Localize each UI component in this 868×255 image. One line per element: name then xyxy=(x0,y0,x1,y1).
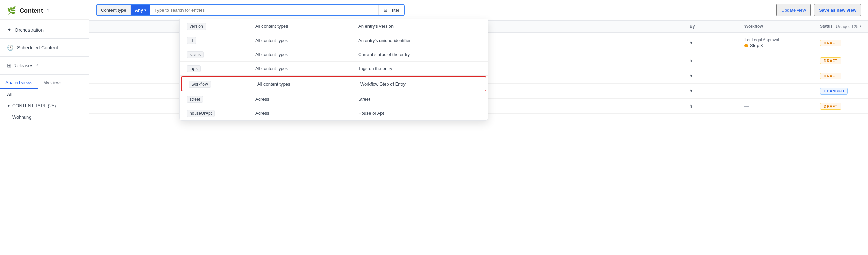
sidebar-divider-1 xyxy=(0,38,89,39)
sidebar-item-releases[interactable]: ⊞ Releases ↗ xyxy=(0,58,89,73)
workflow-step-title: For Legal Approval xyxy=(744,37,813,42)
update-view-button[interactable]: Update view xyxy=(776,4,811,16)
usage-info: Usage: 125 / xyxy=(836,24,861,29)
filter-icon: ⊟ xyxy=(384,8,387,13)
dropdown-tag: status xyxy=(187,51,204,58)
dropdown-row-tags[interactable]: tags All content types Tags on the entry xyxy=(180,62,488,76)
workflow-dash: — xyxy=(744,73,749,78)
sidebar: 🌿 Content ? ✦ Orchestration 🕐 Scheduled … xyxy=(0,0,89,255)
dropdown-row-houseOrApt[interactable]: houseOrApt Adress House or Apt xyxy=(180,106,488,120)
external-link-icon: ↗ xyxy=(35,63,38,68)
dropdown-col1: houseOrApt xyxy=(187,110,255,116)
orchestration-icon: ✦ xyxy=(7,26,11,33)
toolbar: Content type Any ▾ ⊟ Filter Update view … xyxy=(89,0,868,21)
row-by: h xyxy=(690,103,738,109)
col-header-by: By xyxy=(690,24,738,29)
sidebar-item-scheduled[interactable]: 🕐 Scheduled Content xyxy=(0,40,89,55)
dropdown-tag: id xyxy=(187,37,196,44)
workflow-step-name: Step 3 xyxy=(744,43,813,48)
dropdown-col1: tags xyxy=(187,66,255,71)
content-type-section[interactable]: ▼ CONTENT TYPE (25) xyxy=(0,100,89,112)
row-by: h xyxy=(690,88,738,93)
dropdown-tag: version xyxy=(187,23,206,30)
view-all[interactable]: All xyxy=(0,89,89,100)
content-type-button[interactable]: Content type xyxy=(97,5,131,15)
sidebar-divider-2 xyxy=(0,56,89,57)
dropdown-col2: Adress xyxy=(255,111,358,116)
sidebar-tabs: Shared views My views xyxy=(0,77,89,89)
dropdown-col2: All content types xyxy=(255,38,358,43)
scheduled-icon: 🕐 xyxy=(7,44,14,51)
dropdown-col1: workflow xyxy=(189,81,257,87)
sidebar-item-releases-label: Releases xyxy=(13,63,33,68)
help-icon[interactable]: ? xyxy=(47,8,50,13)
dropdown-col2: All content types xyxy=(257,81,360,87)
row-by: h xyxy=(690,58,738,63)
search-input[interactable] xyxy=(150,5,378,15)
tab-my-views[interactable]: My views xyxy=(38,77,67,89)
sidebar-sub-item-wohnung[interactable]: Wohnung xyxy=(0,112,89,122)
row-status: DRAFT xyxy=(820,58,861,63)
content-type-label: CONTENT TYPE (25) xyxy=(12,103,56,108)
dropdown-col3: An entry's version xyxy=(358,24,481,29)
dropdown-col2: All content types xyxy=(255,66,358,71)
workflow-dash: — xyxy=(744,88,749,93)
status-badge: CHANGED xyxy=(820,88,848,95)
dropdown-tag: houseOrApt xyxy=(187,110,215,117)
app-logo-icon: 🌿 xyxy=(7,6,16,15)
dropdown-col1: id xyxy=(187,37,255,43)
tab-shared-views[interactable]: Shared views xyxy=(0,77,38,89)
step-dot-icon xyxy=(744,44,748,47)
status-badge: DRAFT xyxy=(820,103,841,110)
chevron-down-icon: ▼ xyxy=(7,104,10,108)
sidebar-nav: ✦ Orchestration 🕐 Scheduled Content ⊞ Re… xyxy=(0,20,89,255)
dropdown-row-workflow[interactable]: workflow All content types Workflow Step… xyxy=(181,76,486,91)
sidebar-divider-3 xyxy=(0,74,89,75)
dropdown-col3: Workflow Step of Entry xyxy=(360,81,479,87)
row-status: DRAFT xyxy=(820,103,861,109)
dropdown-col3: Street xyxy=(358,97,481,102)
workflow-dash: — xyxy=(744,58,749,63)
row-workflow: — xyxy=(744,103,813,109)
dropdown-col1: street xyxy=(187,96,255,102)
filter-button[interactable]: ⊟ Filter xyxy=(378,5,404,15)
dropdown-row-street[interactable]: street Adress Street xyxy=(180,92,488,106)
status-badge: DRAFT xyxy=(820,73,841,79)
dropdown-tag: street xyxy=(187,96,203,103)
dropdown-row-status[interactable]: status All content types Current status … xyxy=(180,47,488,62)
save-new-view-button[interactable]: Save as new view xyxy=(814,4,861,16)
row-status: CHANGED xyxy=(820,88,861,93)
col-header-workflow: Workflow xyxy=(744,24,813,29)
row-by: h xyxy=(690,40,738,45)
sidebar-item-scheduled-label: Scheduled Content xyxy=(17,45,58,51)
row-workflow: — xyxy=(744,88,813,93)
any-button[interactable]: Any ▾ xyxy=(131,5,151,15)
sidebar-item-orchestration-label: Orchestration xyxy=(15,27,44,33)
main-content: Content type Any ▾ ⊟ Filter Update view … xyxy=(89,0,868,255)
dropdown-col3: House or Apt xyxy=(358,111,481,116)
dropdown-col2: All content types xyxy=(255,52,358,57)
workflow-dash: — xyxy=(744,103,749,109)
workflow-step: For Legal Approval Step 3 xyxy=(744,37,813,48)
content-type-label: Content type xyxy=(101,8,126,13)
filter-label: Filter xyxy=(389,8,399,13)
row-workflow: — xyxy=(744,58,813,63)
dropdown-col3: An entry's unique identifier xyxy=(358,38,481,43)
row-status: DRAFT xyxy=(820,40,861,45)
dropdown-col2: All content types xyxy=(255,24,358,29)
dropdown-row-id[interactable]: id All content types An entry's unique i… xyxy=(180,33,488,47)
sidebar-header: 🌿 Content ? xyxy=(0,0,89,20)
status-badge: DRAFT xyxy=(820,57,841,64)
dropdown-col3: Current status of the entry xyxy=(358,52,481,57)
dropdown-tag: tags xyxy=(187,65,201,72)
dropdown-row-version[interactable]: version All content types An entry's ver… xyxy=(180,19,488,33)
sidebar-item-orchestration[interactable]: ✦ Orchestration xyxy=(0,22,89,37)
row-workflow: For Legal Approval Step 3 xyxy=(744,37,813,48)
chevron-down-icon: ▾ xyxy=(144,8,146,12)
search-dropdown: version All content types An entry's ver… xyxy=(179,19,488,121)
releases-icon: ⊞ xyxy=(7,62,11,69)
any-label: Any xyxy=(135,8,143,13)
dropdown-col1: status xyxy=(187,52,255,57)
row-workflow: — xyxy=(744,73,813,78)
row-by: h xyxy=(690,73,738,78)
